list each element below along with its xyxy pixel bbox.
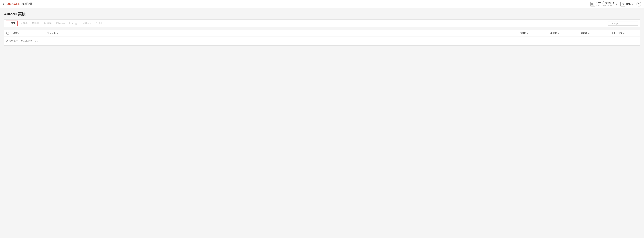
stop-label: 停止 — [98, 22, 103, 25]
svg-rect-0 — [592, 3, 592, 4]
user-icon — [620, 2, 625, 7]
page-title: AutoML実験 — [4, 12, 640, 17]
delete-button[interactable]: 削除 — [30, 21, 42, 26]
move-label: Move — [59, 22, 65, 25]
user-chevron-icon: ▾ — [632, 3, 633, 5]
project-info: OMLプロジェクト OMLワークスペース — [596, 1, 615, 7]
header: ≡ ORACLE 機械学習 OMLプロジェクト OMLワークスペース ▾ — [0, 0, 644, 8]
toolbar: + 作成 ✎ 編集 削除 — [4, 19, 640, 27]
filter-input[interactable] — [610, 22, 636, 25]
duplicate-icon — [44, 22, 46, 25]
oracle-logo-text: ORACLE — [6, 2, 20, 6]
edit-label: 編集 — [23, 22, 28, 25]
header-created-by[interactable]: 作成者 ⇅ — [548, 30, 579, 37]
svg-rect-13 — [70, 22, 71, 24]
start-icon: ▷ — [82, 22, 84, 25]
copy-label: Copy — [72, 22, 78, 25]
header-updated-by-label: 更新者 — [581, 32, 587, 35]
delete-icon — [32, 22, 34, 25]
header-name[interactable]: 名前 ∧ — [11, 30, 45, 37]
project-selector[interactable]: OMLプロジェクト OMLワークスペース ▾ — [590, 1, 617, 7]
header-comment[interactable]: コメント ⇅ — [45, 30, 518, 37]
header-created-date[interactable]: 作成日 ⇅ — [518, 30, 548, 37]
header-created-by-sort-icon: ⇅ — [558, 33, 559, 34]
table: 名前 ∧ コメント ⇅ 作成日 ⇅ 作成者 ⇅ 更新者 ⇅ ステータス ⇅ — [4, 30, 640, 46]
header-name-label: 名前 — [13, 32, 18, 35]
svg-rect-11 — [44, 22, 46, 24]
table-header: 名前 ∧ コメント ⇅ 作成日 ⇅ 作成者 ⇅ 更新者 ⇅ ステータス ⇅ — [4, 30, 640, 37]
main-content: AutoML実験 + 作成 ✎ 編集 削除 — [0, 8, 644, 49]
user-selector[interactable]: OML ▾ — [620, 2, 633, 7]
svg-point-4 — [622, 3, 623, 4]
header-left: ≡ ORACLE 機械学習 — [3, 2, 32, 6]
header-status-sort-icon: ⇅ — [623, 33, 624, 34]
copy-icon — [70, 22, 72, 25]
header-created-date-sort-icon: ⇅ — [527, 33, 528, 34]
header-right: OMLプロジェクト OMLワークスペース ▾ OML ▾ ? — [590, 1, 641, 7]
edit-icon: ✎ — [20, 22, 22, 25]
filter-container — [608, 21, 638, 26]
svg-rect-1 — [593, 3, 594, 4]
help-icon[interactable]: ? — [636, 2, 641, 7]
logo: ORACLE 機械学習 — [6, 2, 32, 6]
header-checkbox-cell — [4, 30, 11, 37]
header-comment-sort-icon: ⇅ — [56, 33, 58, 34]
header-name-sort-asc-icon: ∧ — [18, 33, 19, 34]
project-icon — [590, 2, 595, 7]
project-name: OMLプロジェクト — [596, 1, 615, 4]
start-chevron-icon: ▾ — [90, 22, 91, 25]
user-name: OML — [626, 3, 631, 5]
header-comment-label: コメント — [47, 32, 56, 35]
delete-label: 削除 — [35, 22, 40, 25]
start-label: 開始 — [84, 22, 89, 25]
app-name-text: 機械学習 — [22, 2, 32, 6]
start-button[interactable]: ▷ 開始 ▾ — [80, 21, 93, 26]
header-created-date-label: 作成日 — [520, 32, 526, 35]
copy-button[interactable]: Copy — [67, 21, 80, 26]
project-sub: OMLワークスペース — [596, 4, 615, 7]
svg-rect-3 — [593, 4, 594, 5]
header-status[interactable]: ステータス ⇅ — [609, 30, 640, 37]
stop-button[interactable]: ☐ 停止 — [94, 21, 105, 26]
empty-message: 表示するデータがありません。 — [4, 37, 640, 45]
duplicate-label: 複製 — [47, 22, 52, 25]
create-button[interactable]: + 作成 — [6, 21, 18, 26]
move-button[interactable]: Move — [54, 21, 67, 26]
select-all-checkbox[interactable] — [6, 32, 9, 35]
header-updated-by[interactable]: 更新者 ⇅ — [579, 30, 609, 37]
stop-icon: ☐ — [96, 22, 98, 25]
move-icon — [56, 22, 58, 25]
duplicate-button[interactable]: 複製 — [42, 21, 54, 26]
header-updated-by-sort-icon: ⇅ — [588, 33, 589, 34]
hamburger-icon[interactable]: ≡ — [3, 2, 4, 6]
edit-button[interactable]: ✎ 編集 — [18, 21, 30, 26]
project-chevron-icon: ▾ — [616, 3, 617, 5]
header-status-label: ステータス — [611, 32, 622, 35]
svg-rect-2 — [592, 4, 592, 5]
svg-rect-12 — [56, 22, 58, 24]
header-created-by-label: 作成者 — [550, 32, 557, 35]
